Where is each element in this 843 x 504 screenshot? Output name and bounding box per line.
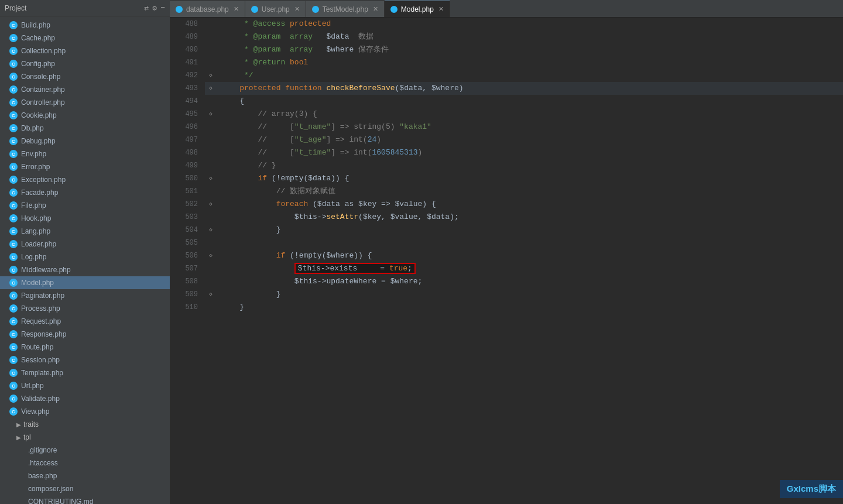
folder-traits[interactable]: ▶ traits <box>0 418 170 431</box>
fold-arrow[interactable]: ◇ <box>209 108 212 121</box>
line-content: */ <box>217 69 843 82</box>
file-Langphp[interactable]: C Lang.php <box>0 225 170 238</box>
line-content: // array(3) { <box>217 108 843 121</box>
file-label: Db.php <box>21 124 44 132</box>
root-file-gitignore[interactable]: .gitignore <box>0 444 170 457</box>
file-Debugphp[interactable]: C Debug.php <box>0 135 170 148</box>
line-content: if (!empty($data)) { <box>217 172 843 185</box>
line-content: $this->updateWhere = $where; <box>217 275 843 288</box>
line-number: 500 <box>170 172 205 185</box>
file-Cookiephp[interactable]: C Cookie.php <box>0 109 170 122</box>
file-Exceptionphp[interactable]: C Exception.php <box>0 173 170 186</box>
file-Hookphp[interactable]: C Hook.php <box>0 212 170 225</box>
tab-close[interactable]: ✕ <box>438 5 444 13</box>
file-Envphp[interactable]: C Env.php <box>0 148 170 160</box>
file-label: Model.php <box>21 279 54 287</box>
file-label: Request.php <box>21 317 61 325</box>
root-file-htaccess[interactable]: .htaccess <box>0 457 170 469</box>
code-line-509: 509◇ } <box>170 288 843 301</box>
file-Paginatorphp[interactable]: C Paginator.php <box>0 289 170 302</box>
file-Buildphp[interactable]: C Build.php <box>0 19 170 32</box>
code-line-504: 504◇ } <box>170 224 843 236</box>
file-Processphp[interactable]: C Process.php <box>0 302 170 315</box>
fold-arrow[interactable]: ◇ <box>209 288 212 301</box>
file-Consolephp[interactable]: C Console.php <box>0 70 170 83</box>
file-php-icon: C <box>9 47 18 55</box>
tab-close[interactable]: ✕ <box>234 5 239 13</box>
settings-icon[interactable]: ⚙ <box>152 4 157 13</box>
line-content: protected function checkBeforeSave($data… <box>217 82 843 95</box>
file-php-icon: C <box>9 343 18 351</box>
line-content: { <box>217 95 843 108</box>
file-Controllerphp[interactable]: C Controller.php <box>0 96 170 109</box>
folder-tpl[interactable]: ▶ tpl <box>0 431 170 444</box>
file-Requestphp[interactable]: C Request.php <box>0 315 170 328</box>
sidebar-icons: ⇄ ⚙ − <box>145 4 165 13</box>
code-editor[interactable]: 488 * @access protected489 * @param arra… <box>170 18 843 504</box>
tab-Userphp[interactable]: User.php ✕ <box>245 1 306 17</box>
line-content: $this->exists = true; <box>217 262 843 275</box>
file-Containerphp[interactable]: C Container.php <box>0 83 170 96</box>
line-gutter: ◇ <box>205 288 217 301</box>
fold-arrow[interactable]: ◇ <box>209 224 212 236</box>
file-Responsephp[interactable]: C Response.php <box>0 328 170 341</box>
code-line-496: 496 // ["t_name"] => string(5) "kaka1" <box>170 121 843 133</box>
file-Facadephp[interactable]: C Facade.php <box>0 186 170 199</box>
tab-databasephp[interactable]: database.php ✕ <box>170 1 245 17</box>
file-Collectionphp[interactable]: C Collection.php <box>0 44 170 57</box>
folder-label: tpl <box>23 433 31 441</box>
file-Middlewarephp[interactable]: C Middleware.php <box>0 263 170 276</box>
file-Configphp[interactable]: C Config.php <box>0 57 170 70</box>
line-gutter <box>205 95 217 108</box>
tab-close[interactable]: ✕ <box>373 5 378 13</box>
toggle-icon[interactable]: ⇄ <box>145 4 149 13</box>
file-Validatephp[interactable]: C Validate.php <box>0 392 170 405</box>
file-php-icon: C <box>9 34 18 42</box>
file-Dbphp[interactable]: C Db.php <box>0 122 170 135</box>
file-Filephp[interactable]: C File.php <box>0 199 170 212</box>
tab-close[interactable]: ✕ <box>294 5 300 13</box>
line-number: 504 <box>170 224 205 236</box>
code-line-491: 491 * @return bool <box>170 56 843 69</box>
close-sidebar-icon[interactable]: − <box>160 4 165 13</box>
file-Routephp[interactable]: C Route.php <box>0 341 170 354</box>
line-gutter <box>205 236 217 249</box>
root-file-basephp[interactable]: base.php <box>0 469 170 482</box>
file-label: Validate.php <box>21 395 60 403</box>
file-Templatephp[interactable]: C Template.php <box>0 366 170 379</box>
line-content: // ["t_name"] => string(5) "kaka1" <box>217 121 843 133</box>
line-content: // } <box>217 159 843 172</box>
file-php-icon: C <box>9 330 18 338</box>
file-Urlphp[interactable]: C Url.php <box>0 379 170 392</box>
file-label: Exception.php <box>21 176 66 184</box>
file-Cachephp[interactable]: C Cache.php <box>0 32 170 44</box>
file-Modelphp[interactable]: C Model.php <box>0 276 170 289</box>
fold-arrow[interactable]: ◇ <box>209 82 212 95</box>
file-label: Loader.php <box>21 240 56 248</box>
line-gutter <box>205 30 217 43</box>
file-Viewphp[interactable]: C View.php <box>0 405 170 418</box>
file-label: .gitignore <box>16 446 57 454</box>
tab-TestModelphp[interactable]: TestModel.php ✕ <box>306 1 385 17</box>
file-Errorphp[interactable]: C Error.php <box>0 160 170 173</box>
fold-arrow[interactable]: ◇ <box>209 198 212 211</box>
line-gutter: ◇ <box>205 224 217 236</box>
root-file-composerjson[interactable]: composer.json <box>0 482 170 495</box>
file-label: Url.php <box>21 382 44 390</box>
fold-arrow[interactable]: ◇ <box>209 69 212 82</box>
root-file-CONTRIBUTINGmd[interactable]: CONTRIBUTING.md <box>0 495 170 504</box>
tab-Modelphp[interactable]: Model.php ✕ <box>385 1 450 17</box>
line-number: 510 <box>170 301 205 314</box>
line-number: 490 <box>170 43 205 56</box>
line-number: 488 <box>170 18 205 30</box>
line-content: // 数据对象赋值 <box>217 185 843 198</box>
file-php-icon: C <box>9 73 18 81</box>
file-Loaderphp[interactable]: C Loader.php <box>0 238 170 251</box>
fold-arrow[interactable]: ◇ <box>209 249 212 262</box>
sidebar: Project ⇄ ⚙ − C Build.phpC Cache.phpC Co… <box>0 0 170 504</box>
file-Logphp[interactable]: C Log.php <box>0 251 170 263</box>
file-Sessionphp[interactable]: C Session.php <box>0 354 170 366</box>
file-label: Route.php <box>21 343 53 351</box>
file-label: Controller.php <box>21 98 65 107</box>
fold-arrow[interactable]: ◇ <box>209 172 212 185</box>
